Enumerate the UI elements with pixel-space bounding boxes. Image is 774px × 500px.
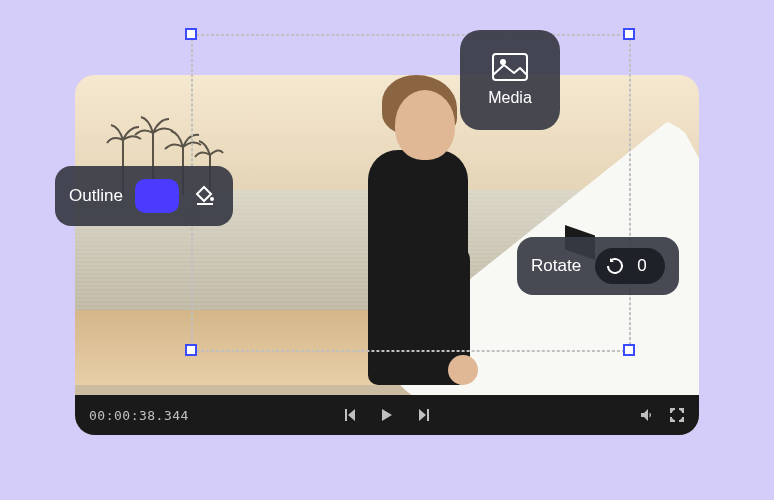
- playback-bar: 00:00:38.344: [75, 395, 699, 435]
- svg-rect-6: [493, 54, 527, 80]
- rotate-panel: Rotate 0: [517, 237, 679, 295]
- selection-handle-top-right[interactable]: [623, 28, 635, 40]
- media-preview[interactable]: [75, 75, 699, 385]
- rotate-label: Rotate: [531, 256, 581, 276]
- outline-panel: Outline: [55, 166, 233, 226]
- selection-handle-bottom-right[interactable]: [623, 344, 635, 356]
- paint-bucket-button[interactable]: [191, 182, 219, 210]
- media-button[interactable]: Media: [460, 30, 560, 130]
- rotate-value: 0: [635, 256, 649, 276]
- outline-color-swatch[interactable]: [135, 179, 179, 213]
- volume-icon[interactable]: [639, 407, 655, 423]
- paint-bucket-icon: [193, 184, 217, 208]
- step-back-icon[interactable]: [341, 407, 357, 423]
- selection-edge-top: [191, 34, 630, 36]
- rotate-icon: [605, 256, 625, 276]
- media-label: Media: [488, 89, 532, 107]
- play-icon[interactable]: [379, 407, 395, 423]
- rotate-value-control[interactable]: 0: [595, 248, 665, 284]
- media-icon: [492, 53, 528, 81]
- selection-handle-top-left[interactable]: [185, 28, 197, 40]
- svg-point-4: [210, 197, 214, 201]
- playback-timecode: 00:00:38.344: [89, 408, 189, 423]
- step-forward-icon[interactable]: [417, 407, 433, 423]
- outline-label: Outline: [69, 186, 123, 206]
- fullscreen-icon[interactable]: [669, 407, 685, 423]
- selection-handle-bottom-left[interactable]: [185, 344, 197, 356]
- svg-point-7: [500, 59, 506, 65]
